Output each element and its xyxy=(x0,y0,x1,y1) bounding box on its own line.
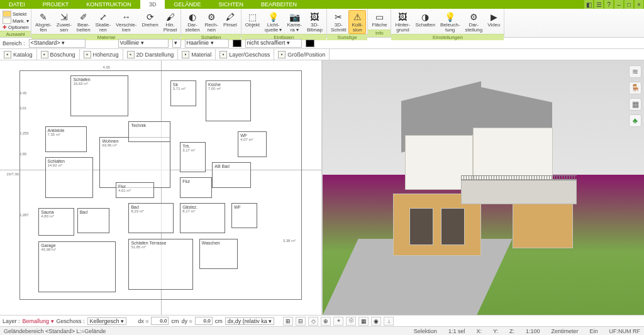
schatten-btn-2[interactable]: 🖍Pinsel xyxy=(221,10,240,29)
material-btn-2[interactable]: ✐Bear- beiten xyxy=(74,10,93,34)
dy-input[interactable] xyxy=(195,317,213,325)
material-btn-4[interactable]: ↔Verschie- ben xyxy=(113,10,139,34)
room-2: Schlafen14,92 m² xyxy=(45,157,94,198)
color-swatch-1[interactable] xyxy=(233,40,242,47)
status-gelaende: Geländebereich <Standard> L:=Gelände xyxy=(4,328,106,334)
schatten-btn-1[interactable]: ⚙Rech- nen xyxy=(203,10,221,34)
tooltab-3[interactable]: ▪2D Darstellung xyxy=(123,49,179,60)
tab-datei[interactable]: DATEI xyxy=(0,0,34,9)
einstellungen-btn-1[interactable]: ◑Schatten xyxy=(413,10,438,29)
snap-btn-9[interactable]: ⟂ xyxy=(384,317,394,326)
selekt-btn[interactable]: Selekt xyxy=(3,11,29,17)
snap-btn-2[interactable]: ⊟ xyxy=(296,317,306,326)
snap-btn-5[interactable]: ⌖ xyxy=(333,317,343,326)
info-btn-0[interactable]: ▭Fläche xyxy=(369,10,389,29)
tooltab-5[interactable]: ▪Layer/Geschoss xyxy=(216,49,274,60)
haarlinie-select[interactable]: Haarlinie ▾ xyxy=(185,39,229,48)
coord-mode-select[interactable]: dx,dy (relativ ka ▾ xyxy=(225,317,275,325)
snap-btn-3[interactable]: ◇ xyxy=(308,317,318,326)
material-btn-0[interactable]: ✎Abgrei- fen xyxy=(33,10,54,34)
material-btn-3[interactable]: ⤢Skalie- ren xyxy=(93,10,113,34)
room-4: Garage45,98 m² xyxy=(38,241,116,292)
tooltab-1[interactable]: ▪Böschung xyxy=(37,49,80,60)
room-6: Technik xyxy=(128,121,170,141)
dx-input[interactable] xyxy=(151,317,169,325)
group-auswahl: Auswahl xyxy=(0,31,31,37)
einfuegen-btn-0[interactable]: ⬚Objekt xyxy=(243,10,262,29)
room-7: Sk3,71 m² xyxy=(170,80,196,106)
status-z: Z: xyxy=(509,328,514,334)
status-zoom: 1:100 xyxy=(526,328,540,334)
sonstige-btn-1[interactable]: ⚠Kolli- sion xyxy=(348,10,366,34)
win-btn-2[interactable]: ☰ xyxy=(594,0,603,9)
room-16: WF xyxy=(231,203,257,229)
status-x: X: xyxy=(476,328,482,334)
linetype-select[interactable]: Volllinie ▾ xyxy=(118,39,169,48)
room-14: Bad8,23 m² xyxy=(128,203,174,234)
tab-3d[interactable]: 3D xyxy=(140,0,165,9)
tooltab-4[interactable]: ▪Material xyxy=(178,49,216,60)
3d-view[interactable]: ≋ 🪑 ▦ ♣ xyxy=(323,60,644,315)
einstellungen-btn-0[interactable]: 🖼Hinter- grund xyxy=(392,10,413,34)
einstellungen-btn-2[interactable]: 💡Beleuch- tung xyxy=(438,10,463,34)
status-unit: Zentimeter xyxy=(551,328,578,334)
dim-7: 3,45 xyxy=(19,91,27,95)
room-3: Sauna4,80 m² xyxy=(38,208,74,236)
material-btn-5[interactable]: ⟳Drehen xyxy=(139,10,160,29)
mark-btn[interactable]: Mark.▾ xyxy=(3,18,29,24)
dim-1: 3,01 xyxy=(19,106,27,110)
furniture-icon[interactable]: 🪑 xyxy=(629,82,641,94)
snap-btn-1[interactable]: ⊞ xyxy=(283,317,293,326)
win-minimize[interactable]: – xyxy=(614,0,623,9)
schatten-btn-0[interactable]: ◐Dar- stellen xyxy=(182,10,202,34)
palette-icon[interactable]: ▦ xyxy=(629,98,641,111)
einfuegen-btn-3[interactable]: 🖼3D- Bitmap xyxy=(304,10,325,34)
room-8: Küche7,00 m² xyxy=(206,80,251,121)
dim-3: 4,95 xyxy=(103,65,111,69)
bereich-select[interactable]: <Standard> ▾ xyxy=(29,39,86,48)
einstellungen-btn-4[interactable]: ▶Video xyxy=(485,10,502,29)
snap-btn-4[interactable]: ⊕ xyxy=(321,317,331,326)
layers-icon[interactable]: ≋ xyxy=(629,65,641,78)
einfuegen-btn-1[interactable]: 💡Licht- quelle ▾ xyxy=(262,10,285,34)
material-btn-6[interactable]: 🖌Hin. Pinsel xyxy=(161,10,180,34)
dy-label: dy = xyxy=(181,318,192,324)
tab-bearbeiten[interactable]: BEARBEITEN xyxy=(252,0,306,9)
unit-cm-1: cm xyxy=(171,318,179,324)
status-y: Y: xyxy=(493,328,498,334)
main-menu: DATEI PROJEKT KONSTRUKTION 3D GELÄNDE SI… xyxy=(0,0,644,9)
tab-projekt[interactable]: PROJEKT xyxy=(34,0,78,9)
dim-0: 3,38 m² xyxy=(283,239,296,243)
tab-konstruktion[interactable]: KONSTRUKTION xyxy=(77,0,140,9)
tree-icon[interactable]: ♣ xyxy=(629,114,641,127)
linewidth-select[interactable]: ▾ xyxy=(172,39,181,48)
einstellungen-btn-3[interactable]: ⚙Dar- stellung xyxy=(463,10,486,34)
tooltab-6[interactable]: ▪Größe/Position xyxy=(274,49,330,60)
room-15: Gästez.8,17 m² xyxy=(180,203,225,234)
win-btn-1[interactable]: ◧ xyxy=(584,0,593,9)
plan-view[interactable]: Schlafen16,63 m²Ankleide7,35 m²Schlafen1… xyxy=(0,60,323,315)
snap-btn-6[interactable]: ⦾ xyxy=(346,317,356,326)
hatch-select[interactable]: nicht schraffiert ▾ xyxy=(245,39,302,48)
einfuegen-btn-2[interactable]: 📷Kame- ra ▾ xyxy=(284,10,304,34)
geschoss-select[interactable]: Kellergesch ▾ xyxy=(87,317,127,325)
group-sonstige: Sonstige xyxy=(327,34,367,40)
layer-label: Layer : xyxy=(3,318,20,324)
tooltab-0[interactable]: ▪Katalog xyxy=(0,49,37,60)
win-close[interactable]: × xyxy=(635,0,643,9)
room-12: Flur xyxy=(180,177,212,197)
material-btn-1[interactable]: ⇲Zuwei- sen xyxy=(54,10,74,34)
color-swatch-2[interactable] xyxy=(306,40,314,47)
tab-sichten[interactable]: SICHTEN xyxy=(209,0,252,9)
3d-side-toolbar: ≋ 🪑 ▦ ♣ xyxy=(629,65,641,127)
sonstige-btn-0[interactable]: ✂3D- Schnitt xyxy=(328,10,348,34)
optionen-btn[interactable]: ✚Optionen xyxy=(3,25,29,30)
win-maximize[interactable]: □ xyxy=(625,0,633,9)
tab-gelaende[interactable]: GELÄNDE xyxy=(165,0,209,9)
layer-value[interactable]: Bemallung ▾ xyxy=(23,318,54,324)
tooltab-2[interactable]: ▪Höhenzug xyxy=(80,49,123,60)
snap-btn-8[interactable]: ◉ xyxy=(371,317,381,326)
snap-btn-7[interactable]: ▦ xyxy=(358,317,369,326)
win-btn-3[interactable]: ? xyxy=(604,0,613,9)
workspace: Schlafen16,63 m²Ankleide7,35 m²Schlafen1… xyxy=(0,60,644,315)
